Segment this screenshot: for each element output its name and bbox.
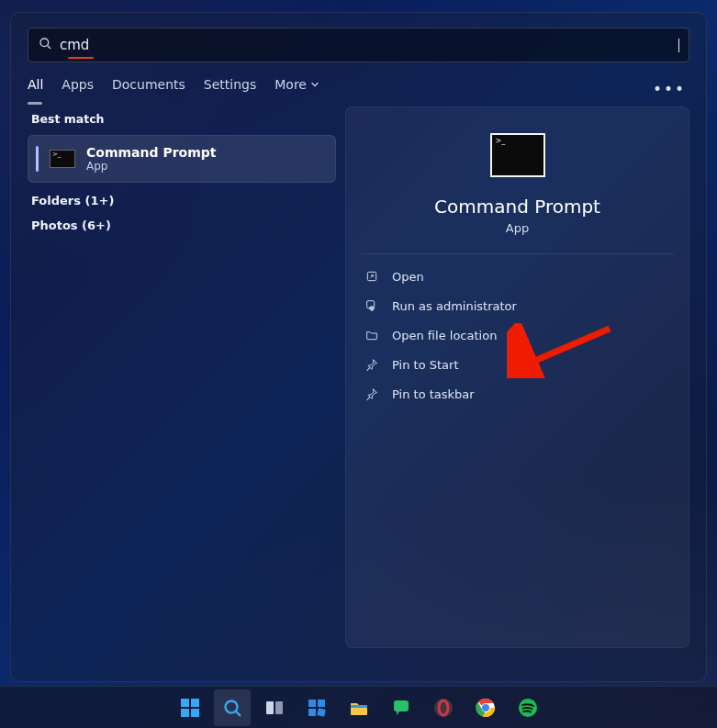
searchbox[interactable]: [28, 28, 689, 62]
svg-line-11: [236, 711, 241, 716]
svg-rect-14: [308, 700, 316, 707]
svg-rect-18: [351, 705, 367, 708]
start-search-panel: All Apps Documents Settings More ••• Bes…: [10, 12, 707, 682]
spell-underline: [68, 57, 94, 59]
action-pin-taskbar[interactable]: Pin to taskbar: [361, 379, 674, 409]
svg-rect-9: [191, 709, 199, 717]
spotify-button[interactable]: [510, 689, 546, 726]
svg-line-1: [48, 46, 50, 49]
action-label: Pin to taskbar: [392, 387, 475, 401]
action-label: Pin to Start: [392, 358, 458, 372]
category-photos[interactable]: Photos (6+): [31, 218, 332, 232]
folder-taskbar-icon: [348, 697, 370, 719]
pin-taskbar-icon: [364, 386, 379, 401]
windows-icon: [179, 697, 201, 719]
search-row: [11, 13, 706, 62]
details-pane: Command Prompt App Open Run as administr…: [345, 106, 689, 648]
folder-icon: [364, 328, 379, 342]
cmd-large-icon: [490, 133, 545, 177]
svg-point-10: [225, 700, 237, 712]
admin-icon: [364, 298, 379, 313]
svg-rect-13: [275, 701, 283, 714]
tab-documents[interactable]: Documents: [112, 77, 185, 101]
tab-label: Apps: [62, 77, 94, 92]
tab-apps[interactable]: Apps: [62, 77, 94, 101]
opera-icon: [432, 697, 454, 719]
svg-rect-16: [308, 709, 316, 716]
tab-label: All: [28, 77, 43, 92]
result-title: Command Prompt: [86, 145, 216, 160]
result-subtitle: App: [86, 160, 216, 173]
open-icon: [364, 269, 379, 284]
detail-subtitle: App: [361, 221, 674, 235]
search-icon: [38, 36, 52, 54]
detail-icon-wrap: [361, 133, 674, 177]
svg-rect-19: [394, 700, 409, 711]
detail-title: Command Prompt: [361, 196, 674, 218]
action-label: Open file location: [392, 329, 497, 342]
filter-tabs: All Apps Documents Settings More •••: [11, 62, 706, 106]
action-label: Open: [392, 270, 424, 284]
separator: [361, 253, 674, 254]
file-explorer-button[interactable]: [341, 689, 377, 726]
taskview-icon: [263, 697, 286, 719]
tab-label: Documents: [112, 77, 185, 92]
tab-more[interactable]: More: [274, 77, 319, 101]
action-label: Run as administrator: [392, 299, 517, 313]
tab-label: More: [274, 77, 307, 92]
chat-icon: [390, 697, 412, 719]
results-body: Best match Command Prompt App Folders (1…: [11, 106, 706, 665]
chevron-down-icon: [310, 80, 319, 89]
chat-button[interactable]: [383, 689, 420, 726]
selection-accent: [36, 146, 39, 172]
action-run-admin[interactable]: Run as administrator: [361, 291, 674, 320]
more-options-button[interactable]: •••: [653, 80, 689, 98]
svg-rect-7: [191, 699, 199, 707]
spotify-icon: [517, 697, 539, 719]
app-opera-button[interactable]: [425, 689, 462, 726]
svg-point-23: [482, 704, 489, 711]
svg-rect-6: [181, 699, 189, 707]
search-icon: [221, 697, 243, 719]
svg-rect-8: [181, 709, 189, 717]
start-button[interactable]: [172, 689, 208, 726]
widgets-icon: [306, 697, 328, 719]
pin-start-icon: [364, 357, 379, 372]
svg-rect-17: [317, 708, 325, 716]
results-left: Best match Command Prompt App Folders (1…: [28, 106, 336, 648]
search-button[interactable]: [214, 689, 251, 726]
tab-all[interactable]: All: [28, 77, 43, 101]
tab-settings[interactable]: Settings: [204, 77, 256, 101]
result-text: Command Prompt App: [86, 145, 216, 173]
section-best-match: Best match: [31, 112, 332, 126]
widgets-button[interactable]: [298, 689, 335, 726]
taskbar: [0, 686, 717, 728]
svg-point-0: [40, 39, 49, 47]
task-view-button[interactable]: [256, 689, 293, 726]
text-caret: [678, 39, 679, 52]
result-command-prompt[interactable]: Command Prompt App: [28, 135, 336, 183]
tab-label: Settings: [204, 77, 256, 92]
svg-rect-15: [318, 700, 325, 707]
chrome-icon: [475, 697, 497, 719]
action-open[interactable]: Open: [361, 262, 674, 291]
chrome-button[interactable]: [467, 689, 504, 726]
svg-rect-12: [266, 701, 274, 714]
category-folders[interactable]: Folders (1+): [31, 194, 332, 207]
action-open-location[interactable]: Open file location: [361, 320, 674, 350]
action-pin-start[interactable]: Pin to Start: [361, 350, 674, 379]
cmd-icon: [50, 150, 75, 168]
search-input[interactable]: [52, 37, 678, 53]
